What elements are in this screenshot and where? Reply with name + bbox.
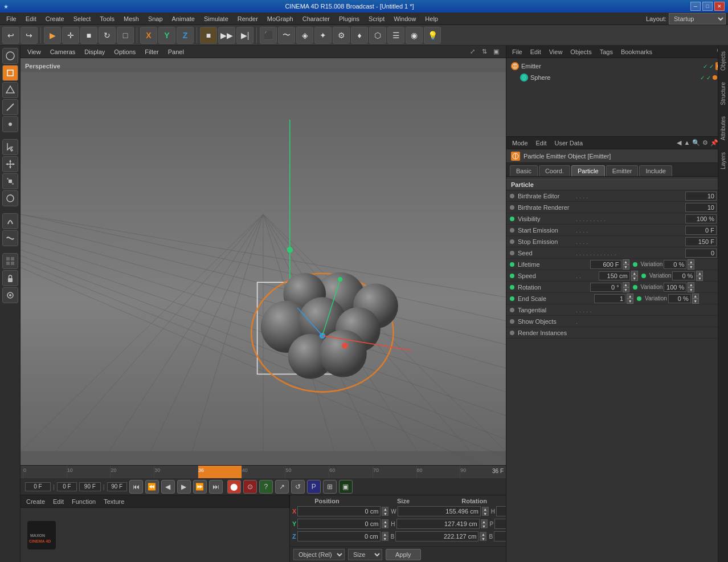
rotation-variation-input[interactable]	[664, 283, 686, 292]
size-h-up[interactable]: ▲	[481, 519, 488, 524]
size-w-spin[interactable]: ▲▼	[482, 507, 489, 516]
keyframe-btn[interactable]: ?	[259, 480, 273, 494]
lifetime-input[interactable]	[590, 260, 621, 269]
menu-file[interactable]: File	[2, 14, 21, 23]
deformer-btn[interactable]: ◈	[296, 27, 313, 44]
view-menu-panel[interactable]: Panel	[166, 48, 186, 55]
sphere-visible-check[interactable]: ✓	[700, 75, 705, 81]
size-b-up[interactable]: ▲	[480, 532, 486, 536]
pos-z-input[interactable]	[297, 531, 381, 541]
maximize-btn[interactable]: □	[702, 2, 713, 11]
pos-z-spin[interactable]: ▲▼	[382, 532, 388, 541]
tab-coord[interactable]: Coord.	[539, 165, 570, 176]
obj-menu-file[interactable]: File	[510, 48, 525, 55]
lighting-btn[interactable]: ♦	[351, 27, 368, 44]
speed-input[interactable]	[599, 271, 630, 280]
view-menu-view[interactable]: View	[25, 48, 43, 55]
rotate-tool[interactable]	[2, 190, 18, 206]
attr-settings-btn[interactable]: ⚙	[702, 139, 708, 146]
attr-menu-userdata[interactable]: User Data	[553, 140, 586, 146]
menu-script[interactable]: Script	[365, 14, 388, 23]
rotation-down[interactable]: ▼	[623, 287, 629, 292]
rotation-up[interactable]: ▲	[623, 282, 629, 287]
rigging-btn[interactable]: ☰	[387, 27, 404, 44]
viewport-settings-btn[interactable]: ⇅	[479, 47, 489, 57]
size-b-input[interactable]	[395, 531, 478, 541]
grid-view-btn[interactable]: ⊞	[323, 480, 337, 494]
close-btn[interactable]: ✕	[714, 2, 725, 11]
vtab-structure[interactable]: Structure	[718, 76, 728, 111]
size-b-spin[interactable]: ▲▼	[480, 532, 486, 541]
pos-z-down[interactable]: ▼	[382, 536, 388, 541]
emitter-visible-check[interactable]: ✓	[703, 63, 707, 70]
start-emission-input[interactable]	[685, 226, 717, 235]
end-scale-variation-input[interactable]	[668, 294, 691, 303]
move-tool[interactable]	[2, 156, 18, 172]
end-frame-input[interactable]	[79, 482, 101, 491]
edge-mode-btn[interactable]	[2, 99, 18, 115]
cube-btn[interactable]: ⬛	[260, 27, 277, 44]
menu-simulate[interactable]: Simulate	[200, 14, 232, 23]
obj-row-sphere[interactable]: Sphere ✓ ✓	[506, 72, 728, 83]
menu-tools[interactable]: Tools	[96, 14, 118, 23]
pos-y-input[interactable]	[297, 519, 381, 529]
vtab-objects[interactable]: Objects	[718, 46, 728, 76]
pos-z-up[interactable]: ▲	[382, 532, 388, 536]
obj-menu-objects[interactable]: Objects	[568, 48, 594, 55]
birthrate-editor-input[interactable]	[685, 192, 717, 201]
motion-path-btn[interactable]: ↗	[275, 480, 289, 494]
obj-menu-edit[interactable]: Edit	[528, 48, 543, 55]
step-back-btn[interactable]: ⏪	[145, 480, 159, 494]
view-menu-options[interactable]: Options	[112, 48, 138, 55]
size-w-input[interactable]	[398, 506, 481, 516]
current-frame-input[interactable]	[25, 482, 51, 491]
play-timeline-btn[interactable]: ▶▶	[218, 27, 235, 44]
snap-tool[interactable]	[2, 287, 18, 303]
obj-menu-view[interactable]: View	[547, 48, 565, 55]
mat-menu-create[interactable]: Create	[24, 498, 47, 505]
end-scale-up[interactable]: ▲	[627, 294, 633, 299]
lock-tool[interactable]	[2, 270, 18, 286]
looping-btn[interactable]: ↺	[291, 480, 305, 494]
pos-x-up[interactable]: ▲	[382, 507, 388, 511]
speed-variation-input[interactable]	[672, 271, 695, 280]
stop-emission-input[interactable]	[685, 237, 717, 246]
step-forward-btn[interactable]: ⏩	[193, 480, 207, 494]
rotation-var-up[interactable]: ▲	[688, 282, 694, 287]
menu-snap[interactable]: Snap	[144, 14, 167, 23]
smooth-tool[interactable]	[2, 230, 18, 246]
mat-menu-texture[interactable]: Texture	[101, 498, 126, 505]
polygon-mode-btn[interactable]	[2, 82, 18, 98]
emitter-render-check[interactable]: ✓	[709, 63, 714, 70]
move-tool-btn[interactable]: ✛	[62, 27, 79, 44]
mat-menu-edit[interactable]: Edit	[51, 498, 66, 505]
vtab-layers[interactable]: Layers	[718, 146, 728, 175]
render-region-btn[interactable]: ▶|	[236, 27, 253, 44]
object-mode-btn[interactable]	[2, 65, 18, 81]
menu-animate[interactable]: Animate	[168, 14, 199, 23]
lifetime-var-up[interactable]: ▲	[688, 259, 694, 264]
object-mode-select[interactable]: Object (Rel)	[293, 549, 345, 560]
go-end-btn[interactable]: ⏭	[209, 480, 223, 494]
scale-tool[interactable]	[2, 173, 18, 189]
size-b-down[interactable]: ▼	[480, 536, 486, 541]
mograph-btn[interactable]: ⚙	[333, 27, 350, 44]
tab-emitter[interactable]: Emitter	[606, 165, 639, 176]
pos-y-spin[interactable]: ▲▼	[382, 519, 388, 528]
size-mode-select[interactable]: Size	[348, 549, 382, 560]
pos-y-up[interactable]: ▲	[382, 519, 388, 524]
size-h-spin[interactable]: ▲▼	[481, 519, 488, 528]
speed-var-up[interactable]: ▲	[696, 271, 703, 276]
pos-x-spin[interactable]: ▲▼	[382, 507, 388, 516]
bend-tool[interactable]	[2, 213, 18, 229]
axis-z-btn[interactable]: Z	[177, 27, 194, 44]
visibility-input[interactable]	[685, 214, 717, 223]
size-w-down[interactable]: ▼	[482, 511, 489, 516]
menu-select[interactable]: Select	[69, 14, 95, 23]
obj-menu-tags[interactable]: Tags	[598, 48, 615, 55]
tab-basic[interactable]: Basic	[510, 165, 538, 176]
rotation-var-down[interactable]: ▼	[688, 287, 694, 292]
layout-dropdown[interactable]: Startup	[669, 13, 726, 25]
viewport-safe-btn[interactable]: ▣	[491, 47, 501, 57]
minimize-btn[interactable]: ─	[690, 2, 701, 11]
